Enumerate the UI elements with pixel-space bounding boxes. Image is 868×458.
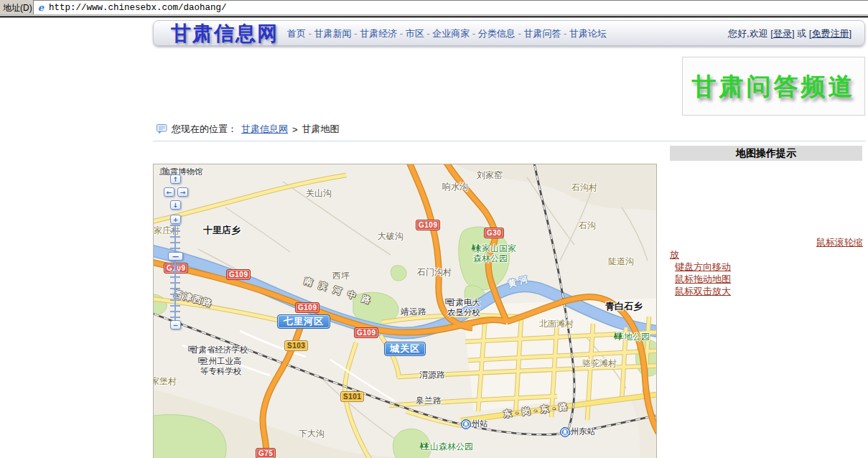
map-viewport[interactable]: 地震博物馆刘家窑关山沟响水沟石沟村石沟大破沟陡道沟西坪石门沟村下大沟十里店乡青白… bbox=[153, 164, 657, 458]
poi-label: 甘肃省经济学校 bbox=[188, 345, 248, 355]
nav-item-1[interactable]: 首页 bbox=[287, 28, 306, 39]
road-shield-G109: G109 bbox=[354, 327, 378, 338]
breadcrumb-separator: > bbox=[292, 124, 298, 135]
nav-item-2[interactable]: 甘肃新闻 bbox=[314, 28, 352, 39]
zoom-slider-track[interactable] bbox=[170, 225, 180, 320]
qa-channel-banner[interactable]: 甘肃问答频道 bbox=[682, 57, 865, 116]
map-tip-link-1[interactable]: 鼠标滚轮缩放 bbox=[670, 237, 863, 260]
map-label-layer: 地震博物馆刘家窑关山沟响水沟石沟村石沟大破沟陡道沟西坪石门沟村下大沟十里店乡青白… bbox=[154, 164, 656, 458]
breadcrumb-divider bbox=[153, 141, 865, 141]
park-label: 徐家山国家 森林公园 bbox=[471, 243, 516, 263]
park-label: 兰山森林公园 bbox=[419, 441, 473, 452]
nav-item-8[interactable]: 甘肃论坛 bbox=[569, 28, 607, 39]
village-label: 大破沟 bbox=[378, 231, 403, 241]
welcome-text: ] bbox=[849, 28, 851, 39]
village-label: 石沟 bbox=[579, 220, 596, 230]
road-shield-G75: G75 bbox=[256, 448, 276, 458]
village-label: 刘家窑 bbox=[477, 170, 503, 180]
village-label: 关山沟 bbox=[306, 188, 332, 198]
road-name-label: 东-岗-东-路 bbox=[503, 401, 571, 419]
poi-label: 兰州工业高 等专科学校 bbox=[198, 357, 242, 376]
village-label: 骆驼滩村 bbox=[582, 358, 617, 368]
nav-separator: - bbox=[561, 28, 569, 39]
breadcrumb-current: 甘肃地图 bbox=[302, 123, 340, 136]
nav-separator: - bbox=[397, 28, 406, 39]
village-label: 北面滩村 bbox=[539, 319, 574, 329]
nav-item-7[interactable]: 甘肃问答 bbox=[523, 28, 561, 39]
address-bar: 地址(D) e http://www.chinesebx.com/daohang… bbox=[0, 0, 868, 14]
district-badge: 城关区 bbox=[384, 342, 426, 356]
poi-label: 兰州东站 bbox=[560, 427, 595, 437]
nav-separator: - bbox=[470, 28, 478, 39]
zoom-slider-handle[interactable]: — bbox=[168, 252, 183, 261]
zoom-in-button[interactable]: + bbox=[170, 215, 181, 224]
nav-separator: - bbox=[352, 28, 360, 39]
map-tip-link-3[interactable]: 鼠标拖动地图 bbox=[675, 274, 731, 284]
map-tip-link-4[interactable]: 鼠标双击放大 bbox=[675, 286, 731, 296]
qa-channel-banner-text: 甘肃问答频道 bbox=[683, 57, 864, 115]
nav-item-3[interactable]: 甘肃经济 bbox=[360, 28, 397, 39]
road-label: 渭源路 bbox=[419, 370, 445, 380]
nav-separator: - bbox=[424, 28, 433, 39]
village-label: 下大沟 bbox=[299, 429, 325, 439]
toolbar-separator bbox=[0, 14, 868, 18]
nav-item-5[interactable]: 企业商家 bbox=[432, 28, 470, 39]
main-nav: 首页 - 甘肃新闻 - 甘肃经济 - 市区 - 企业商家 - 分类信息 - 甘肃… bbox=[287, 21, 607, 47]
village-label: 陡道沟 bbox=[608, 256, 634, 266]
river-label: 黄河 bbox=[507, 274, 532, 289]
map-tip-link-2[interactable]: 键盘方向移动 bbox=[675, 261, 731, 272]
site-header: 甘肃信息网 首页 - 甘肃新闻 - 甘肃经济 - 市区 - 企业商家 - 分类信… bbox=[153, 20, 865, 46]
village-label: 西坪 bbox=[332, 271, 350, 281]
village-label: 石门沟村 bbox=[417, 267, 452, 277]
poi-label: 地震博物馆 bbox=[159, 167, 203, 177]
nav-item-4[interactable]: 市区 bbox=[406, 28, 424, 39]
register-link[interactable]: 免费注册 bbox=[811, 28, 849, 39]
district-badge: 七里河区 bbox=[277, 314, 330, 329]
breadcrumb: 您现在的位置： 甘肃信息网 > 甘肃地图 bbox=[157, 123, 340, 136]
welcome-text: 您好,欢迎 [ bbox=[728, 28, 773, 39]
map-tips-title: 地图操作提示 bbox=[670, 146, 862, 161]
town-label: 十里店乡 bbox=[203, 225, 241, 235]
road-label: 皋兰路 bbox=[416, 396, 442, 406]
village-label: 响水沟 bbox=[442, 182, 468, 192]
road-shield-G109: G109 bbox=[416, 220, 440, 230]
site-logo[interactable]: 甘肃信息网 bbox=[171, 21, 279, 47]
road-label: 靖远路 bbox=[401, 307, 426, 317]
park-label: 草地公园 bbox=[613, 332, 650, 342]
tip-indent bbox=[670, 245, 816, 246]
road-shield-S101: S101 bbox=[340, 391, 364, 402]
town-label: 青白石乡 bbox=[605, 301, 643, 312]
zoom-out-button[interactable]: − bbox=[170, 320, 181, 330]
road-shield-G109: G109 bbox=[295, 302, 319, 313]
nav-separator: - bbox=[515, 28, 524, 39]
poi-label: 兰州站 bbox=[461, 419, 488, 429]
map-tips-list: 鼠标滚轮缩放键盘方向移动鼠标拖动地图鼠标双击放大 bbox=[670, 236, 864, 297]
nav-separator: - bbox=[306, 28, 314, 39]
address-url: http://www.chinesebx.com/daohang/ bbox=[49, 3, 227, 13]
village-label: 石沟村 bbox=[571, 182, 597, 192]
poi-label: 甘肃电大 农垦分校 bbox=[445, 298, 480, 317]
nav-item-6[interactable]: 分类信息 bbox=[478, 28, 515, 39]
pan-down-button[interactable]: ↓ bbox=[170, 200, 181, 210]
pan-right-button[interactable]: → bbox=[177, 187, 188, 197]
browser-window: 地址(D) e http://www.chinesebx.com/daohang… bbox=[0, 0, 868, 458]
pan-up-button[interactable]: ↑ bbox=[170, 174, 181, 184]
account-area: 您好,欢迎 [登录] 或 [免费注册] bbox=[728, 21, 851, 47]
login-link[interactable]: 登录 bbox=[773, 28, 792, 39]
road-shield-G30: G30 bbox=[484, 228, 504, 238]
address-label: 地址(D) bbox=[3, 2, 32, 14]
address-input[interactable]: e http://www.chinesebx.com/daohang/ bbox=[33, 0, 868, 14]
ie-icon: e bbox=[36, 3, 46, 13]
village-label: 家堡村 bbox=[153, 376, 177, 386]
breadcrumb-prefix: 您现在的位置： bbox=[172, 123, 237, 136]
road-shield-S103: S103 bbox=[284, 340, 308, 351]
pan-left-button[interactable]: ← bbox=[164, 187, 174, 197]
road-shield-G109: G109 bbox=[226, 269, 251, 280]
comment-bubble-icon bbox=[157, 124, 167, 134]
welcome-text: ] 或 [ bbox=[792, 28, 811, 39]
breadcrumb-site-link[interactable]: 甘肃信息网 bbox=[241, 123, 288, 136]
